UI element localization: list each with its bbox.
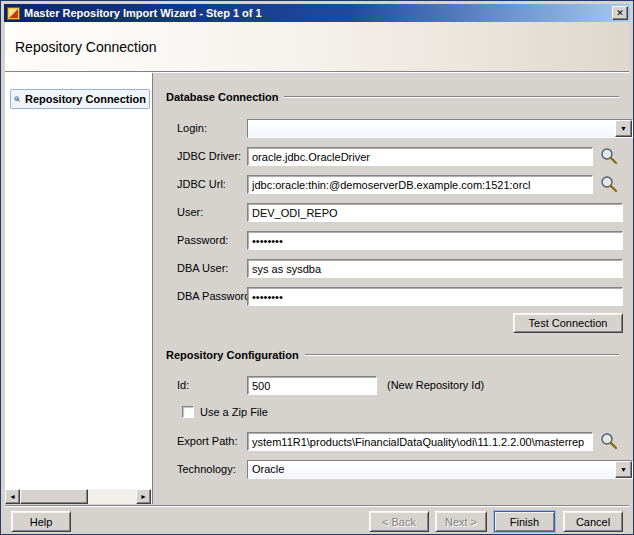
user-input[interactable] [247, 203, 623, 222]
id-label: Id: [177, 379, 189, 391]
app-icon [7, 7, 20, 20]
cancel-button[interactable]: Cancel [563, 511, 623, 532]
scrollbar-thumb[interactable] [20, 489, 88, 504]
user-label: User: [177, 206, 203, 218]
password-input[interactable] [247, 231, 623, 250]
jdbc-driver-input[interactable] [247, 147, 593, 166]
technology-combobox-value: Oracle [248, 461, 615, 478]
chevron-down-icon[interactable]: ▼ [615, 461, 632, 478]
wizard-content: Database Connection Login: ▼ JDBC Driver… [154, 73, 629, 504]
jdbc-driver-search-icon[interactable] [600, 147, 618, 165]
chevron-down-icon[interactable]: ▼ [615, 120, 632, 137]
password-label: Password: [177, 234, 228, 246]
jdbc-url-label: JDBC Url: [177, 178, 226, 190]
wizard-steps-panel: Repository Connection ◄ ► [5, 73, 153, 504]
dba-user-label: DBA User: [177, 262, 228, 274]
export-path-browse-icon[interactable] [600, 432, 618, 450]
use-zip-file-checkbox[interactable] [182, 406, 194, 418]
window-title: Master Repository Import Wizard - Step 1… [24, 7, 612, 19]
repository-configuration-section-header: Repository Configuration [166, 349, 619, 361]
use-zip-file-label: Use a Zip File [200, 406, 268, 418]
sidebar-horizontal-scrollbar[interactable]: ◄ ► [5, 489, 151, 504]
jdbc-driver-label: JDBC Driver: [177, 150, 241, 162]
close-icon[interactable]: ✕ [612, 6, 628, 20]
repository-id-input[interactable] [247, 376, 377, 395]
jdbc-url-input[interactable] [247, 175, 593, 194]
wizard-header: Repository Connection [5, 22, 629, 72]
dba-password-label: DBA Password: [177, 290, 253, 302]
section-title: Repository Configuration [166, 349, 299, 361]
export-path-label: Export Path: [177, 435, 238, 447]
button-bar: Help < Back Next > Finish Cancel [5, 505, 629, 530]
next-button[interactable]: Next > [435, 511, 487, 532]
test-connection-button[interactable]: Test Connection [513, 313, 623, 333]
export-path-input[interactable] [247, 432, 593, 451]
help-button[interactable]: Help [11, 511, 71, 532]
login-combobox[interactable]: ▼ [247, 119, 633, 138]
technology-label: Technology: [177, 463, 236, 475]
page-title: Repository Connection [15, 39, 157, 55]
dba-user-input[interactable] [247, 259, 623, 278]
section-title: Database Connection [166, 91, 278, 103]
login-label: Login: [177, 122, 207, 134]
sidebar-item-label: Repository Connection [25, 93, 146, 105]
section-divider [284, 96, 619, 98]
section-divider [305, 354, 619, 356]
finish-button[interactable]: Finish [494, 511, 555, 532]
scroll-right-icon[interactable]: ► [136, 489, 151, 504]
id-hint: (New Repository Id) [387, 379, 484, 391]
back-button[interactable]: < Back [369, 511, 429, 532]
login-combobox-value [248, 120, 615, 137]
technology-combobox[interactable]: Oracle ▼ [247, 460, 633, 479]
database-connection-section-header: Database Connection [166, 91, 619, 103]
jdbc-url-search-icon[interactable] [600, 175, 618, 193]
wizard-window: Master Repository Import Wizard - Step 1… [0, 0, 634, 535]
sidebar-item-repository-connection[interactable]: Repository Connection [10, 89, 150, 109]
dba-password-input[interactable] [247, 287, 623, 306]
magnifier-step-icon [14, 92, 20, 106]
scroll-left-icon[interactable]: ◄ [5, 489, 20, 504]
title-bar[interactable]: Master Repository Import Wizard - Step 1… [4, 4, 630, 22]
